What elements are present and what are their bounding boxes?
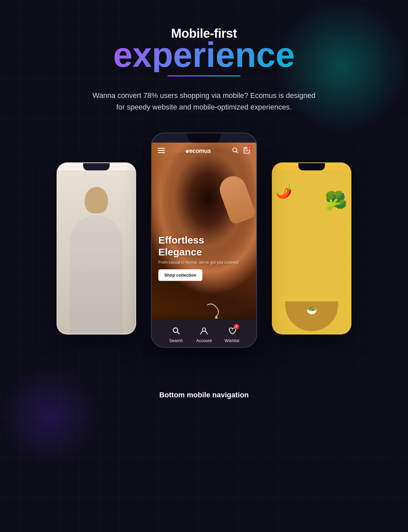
nav-item-shop[interactable]: Shop bbox=[151, 325, 160, 343]
phone-right-content: 🥦 🥗 🌶️ bbox=[273, 170, 351, 334]
annotation-arrow bbox=[201, 298, 224, 323]
phone-nav-icons: 0 bbox=[232, 147, 250, 155]
svg-point-10 bbox=[173, 328, 178, 332]
page-content: Mobile-first experience Wanna convert 78… bbox=[0, 0, 408, 399]
hero-title: experience bbox=[113, 37, 295, 72]
svg-line-4 bbox=[236, 152, 238, 153]
cart-icon[interactable]: 0 bbox=[243, 147, 250, 155]
cart-badge: 0 bbox=[247, 145, 252, 150]
nav-item-account[interactable]: Account bbox=[192, 325, 216, 343]
phone-right-notch bbox=[298, 163, 325, 170]
nav-label-bag: Bag bbox=[256, 338, 257, 343]
svg-rect-9 bbox=[151, 332, 152, 334]
person-body bbox=[70, 215, 123, 334]
svg-rect-7 bbox=[151, 327, 152, 330]
phone-main-notch bbox=[187, 133, 221, 143]
phones-scene: 🥦 🥗 🌶️ bbox=[47, 133, 361, 384]
svg-rect-1 bbox=[158, 150, 165, 151]
nav-item-wishlist[interactable]: 0 Wishlist bbox=[221, 325, 244, 343]
svg-point-3 bbox=[233, 148, 237, 152]
hero-underline bbox=[168, 75, 240, 76]
svg-point-12 bbox=[202, 328, 206, 331]
phone-left bbox=[57, 162, 136, 334]
phone-hero-text: Effortless Elegance From casual to forma… bbox=[152, 234, 256, 281]
nav-label-shop: Shop bbox=[151, 338, 153, 343]
hero-description: Wanna convert 78% users shopping via mob… bbox=[91, 90, 317, 113]
annotation-label: Bottom mobile navigation bbox=[159, 391, 249, 399]
person-head bbox=[85, 187, 108, 213]
ecomus-logo: ecomus bbox=[186, 148, 211, 155]
phone-nav: ecomus bbox=[152, 143, 256, 159]
svg-rect-0 bbox=[158, 148, 165, 149]
wishlist-badge: 0 bbox=[234, 324, 239, 329]
shop-collection-button[interactable]: Shop collection bbox=[158, 269, 202, 281]
broccoli-icon: 🥦 bbox=[325, 190, 347, 212]
svg-rect-13 bbox=[257, 330, 257, 334]
svg-line-11 bbox=[177, 332, 179, 334]
bottom-nav-pill: Shop Search bbox=[151, 320, 257, 347]
nav-label-account: Account bbox=[196, 338, 212, 343]
phone-hero-subtext: From casual to formal, we've got you cov… bbox=[158, 260, 250, 265]
nav-item-search[interactable]: Search bbox=[165, 325, 188, 343]
nav-item-bag[interactable]: 0 Bag bbox=[248, 325, 257, 343]
hamburger-icon[interactable] bbox=[158, 148, 165, 155]
phone-right: 🥦 🥗 🌶️ bbox=[272, 162, 351, 334]
nav-label-search: Search bbox=[169, 338, 183, 343]
phones-wrapper: 🥦 🥗 🌶️ bbox=[47, 133, 361, 399]
phone-bottom-nav: Shop Search bbox=[151, 320, 257, 347]
nav-label-wishlist: Wishlist bbox=[225, 338, 239, 343]
phone-left-content bbox=[57, 170, 135, 334]
phone-left-image bbox=[57, 170, 135, 334]
svg-rect-2 bbox=[158, 152, 165, 153]
phone-hero-heading: Effortless Elegance bbox=[158, 234, 250, 258]
search-icon[interactable] bbox=[232, 147, 238, 155]
bottom-annotation: Bottom mobile navigation bbox=[47, 391, 361, 399]
phone-left-notch bbox=[83, 163, 110, 170]
